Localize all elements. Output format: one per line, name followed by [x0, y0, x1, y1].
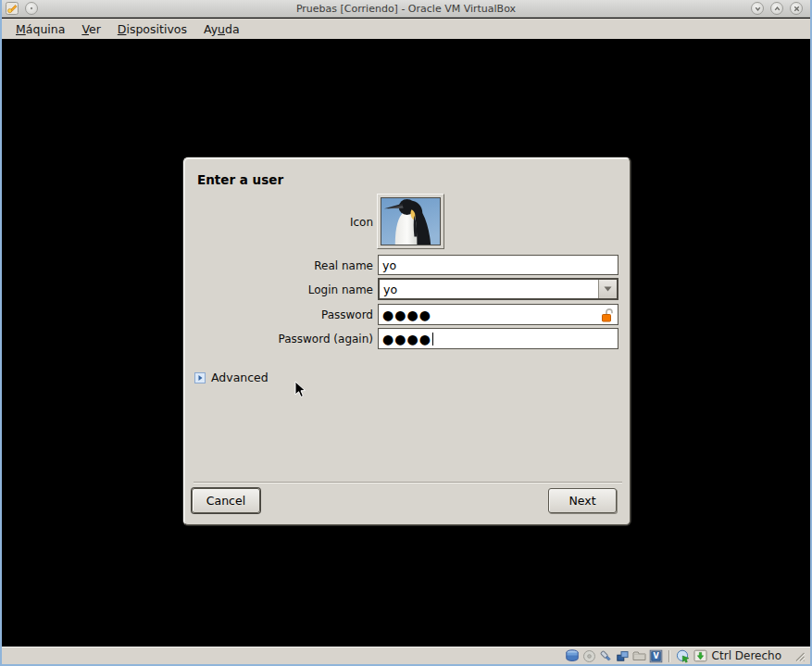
menu-ver[interactable]: Ver [73, 20, 108, 38]
cancel-button[interactable]: Cancel [192, 488, 260, 513]
vm-app-icon [6, 2, 19, 15]
dropdown-arrow-icon [604, 286, 612, 292]
virtualization-status-icon[interactable]: V [649, 649, 663, 663]
usb-status-icon[interactable] [616, 649, 630, 663]
unlock-icon [601, 308, 614, 325]
expander-arrow-icon [194, 372, 206, 383]
dialog-title: Enter a user [197, 172, 283, 187]
statusbar-divider [668, 650, 670, 662]
enter-user-dialog: Enter a user Icon [183, 157, 631, 525]
password-again-label: Password (again) [184, 333, 373, 346]
next-button[interactable]: Next [548, 488, 617, 513]
real-name-label: Real name [184, 259, 373, 272]
mouse-integration-status-icon[interactable] [676, 649, 691, 663]
svg-text:V: V [653, 652, 659, 660]
combo-dropdown-button[interactable] [598, 280, 617, 298]
virtualbox-vm-window: Pruebas [Corriendo] - Oracle VM VirtualB… [0, 0, 812, 666]
password-input[interactable]: ●●●● [378, 304, 618, 325]
chevron-up-icon [773, 5, 781, 13]
hostkey-status-icon[interactable] [693, 649, 707, 662]
password-label: Password [184, 308, 373, 321]
text-caret [432, 333, 433, 346]
menu-ayuda[interactable]: Ayuda [195, 20, 248, 38]
real-name-input[interactable] [378, 255, 618, 275]
close-button[interactable] [790, 2, 803, 15]
login-name-value[interactable]: yo [380, 280, 597, 298]
advanced-label: Advanced [211, 371, 269, 384]
host-key-label: Ctrl Derecho [712, 649, 781, 662]
menubar: Máquina Ver Dispositivos Ayuda [2, 19, 810, 39]
resize-grip[interactable] [793, 650, 806, 662]
menu-dispositivos[interactable]: Dispositivos [109, 20, 195, 38]
chevron-down-icon [754, 5, 762, 13]
window-menu-button[interactable] [25, 2, 38, 15]
login-name-label: Login name [184, 283, 373, 296]
advanced-expander[interactable]: Advanced [194, 371, 269, 384]
maximize-button[interactable] [770, 2, 783, 15]
mouse-cursor [294, 381, 306, 398]
menu-maquina[interactable]: Máquina [7, 20, 73, 38]
harddisk-status-icon[interactable] [565, 649, 580, 663]
user-icon-button[interactable] [377, 194, 444, 249]
guest-screen: Enter a user Icon [2, 39, 810, 647]
button-separator [194, 482, 622, 484]
optical-disc-status-icon[interactable] [582, 649, 596, 663]
minimize-button[interactable] [751, 2, 764, 15]
icon-field-label: Icon [184, 216, 373, 229]
statusbar: V Ctrl Derecho [2, 647, 810, 664]
penguin-photo [381, 197, 441, 245]
window-title: Pruebas [Corriendo] - Oracle VM VirtualB… [2, 3, 810, 15]
shared-folders-status-icon[interactable] [632, 649, 646, 662]
close-icon [793, 5, 801, 13]
password-again-input[interactable]: ●●●● [378, 328, 618, 349]
network-status-icon[interactable] [599, 649, 613, 663]
login-name-combo[interactable]: yo [378, 278, 618, 300]
titlebar[interactable]: Pruebas [Corriendo] - Oracle VM VirtualB… [2, 0, 810, 18]
